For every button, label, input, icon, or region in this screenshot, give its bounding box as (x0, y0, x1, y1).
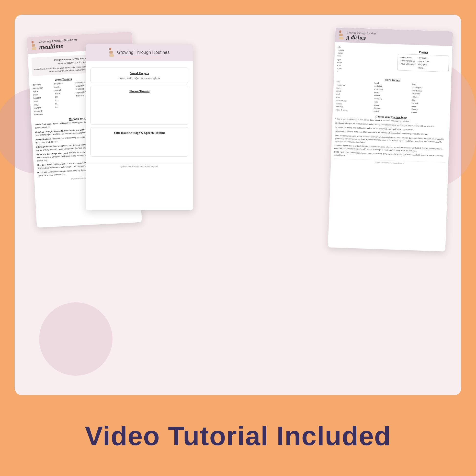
phrase-targets-title: Phrase Targets (95, 89, 184, 93)
middle-divider (118, 58, 161, 58)
dishes-word-col3: bowl pans & pots cups & mugs clean/dirty… (411, 83, 448, 116)
word-targets-box: Word Targets nouns, verbs, adjectives, s… (90, 68, 188, 83)
dishes-stage-text: r child is not yet imitating you, then i… (335, 118, 447, 137)
dishes-phrases-title: Phrases (398, 50, 449, 54)
dishes-header-text: Growing Through Routines g dishes (346, 31, 376, 41)
main-container: Growing Through Routines mealtime Using … (0, 0, 476, 476)
middle-card-title: Growing Through Routines (117, 50, 170, 55)
logo-bar (339, 34, 343, 36)
middle-logo (109, 48, 115, 58)
your-routine-title: Your Routine Stage & Speech Routine (95, 131, 184, 135)
dishes-logo (339, 30, 345, 40)
decorative-circle-bottom (39, 302, 113, 376)
middle-footer: @SpeechWithAmberJara | AmberJara.com (85, 163, 193, 170)
top-bar (0, 0, 476, 15)
word-col1: delicious sweet/sour spicy salty hot/col… (33, 83, 53, 117)
your-routine-box: Your Routine Stage & Speech Routine (90, 127, 188, 156)
word-targets-subtitle: nouns, verbs, adjectives, sound effects (95, 77, 184, 80)
logo-bar-2 (32, 44, 35, 47)
bottom-title: Video Tutorial Included (85, 420, 391, 451)
bottom-area: Video Tutorial Included (0, 395, 476, 476)
logo-bar (109, 54, 114, 57)
logo-bar-1 (32, 41, 34, 43)
logo-bar (109, 48, 111, 51)
dishes-word-col1: sink counter top faucet on/off stuck wat… (336, 80, 373, 113)
mealtime-logo (32, 41, 37, 51)
center-area: Growing Through Routines mealtime Using … (15, 15, 461, 395)
dishes-word-grid: sink counter top faucet on/off stuck wat… (336, 80, 448, 116)
dishes-intro-text: yda anguage ractice tion! epen ection r.… (337, 46, 396, 75)
dishes-phrases-box: -under water -more scrubbing -rinse all … (397, 54, 449, 72)
middle-card: Growing Through Routines Word Targets no… (85, 44, 193, 210)
word-targets-section-title: Word Targets (95, 71, 184, 75)
phrase-targets-box: Phrase Targets (90, 85, 188, 125)
dishes-word-col2: towel washcloth scrub brush soapy all do… (373, 82, 410, 114)
middle-card-header: Growing Through Routines (85, 44, 193, 61)
dishes-phrases-section: Phrases -under water -more scrubbing -ri… (397, 48, 449, 78)
logo-bar (339, 30, 341, 33)
logo-bar (339, 37, 343, 39)
dishes-title: g dishes (346, 34, 376, 41)
mealtime-header-text: Growing Through Routines mealtime (39, 38, 77, 51)
dishes-body: yda anguage ractice tion! epen ection r.… (331, 42, 452, 168)
dishes-card: Growing Through Routines g dishes yda an… (328, 27, 453, 252)
dishes-left-section: yda anguage ractice tion! epen ection r.… (337, 46, 396, 76)
logo-bar (109, 51, 113, 53)
logo-bar-3 (32, 47, 36, 50)
word-col2: empty/full crush spread mash dip lic... … (54, 81, 75, 116)
middle-card-body: Word Targets nouns, verbs, adjectives, s… (85, 61, 193, 163)
